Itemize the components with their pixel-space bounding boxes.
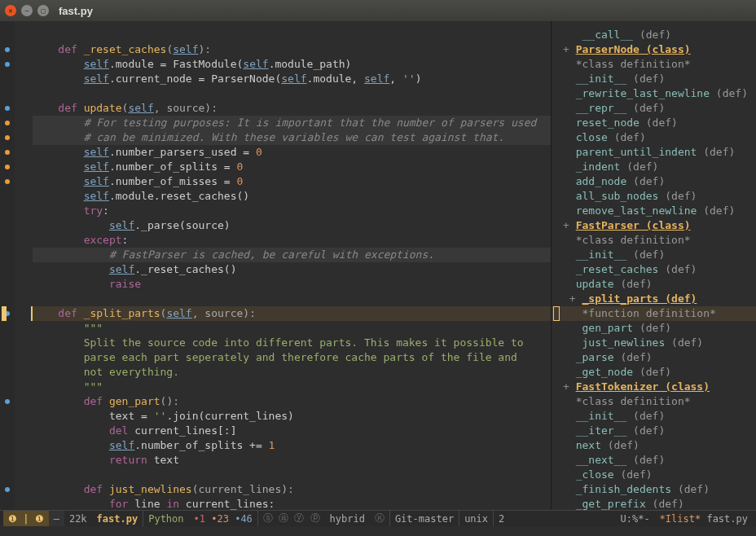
- sb-minor-modes: ⓢ ⓐ ⓨ ⓟ: [257, 511, 325, 526]
- code-line[interactable]: text = ''.join(current_lines): [33, 409, 551, 424]
- code-line[interactable]: self.number_parsers_used = 0: [33, 145, 551, 160]
- outline-item[interactable]: gen_part (def): [552, 321, 756, 336]
- outline-item[interactable]: *class definition*: [552, 394, 756, 409]
- outline-item[interactable]: + _split_parts (def): [552, 292, 756, 306]
- gutter-cursor-icon: [2, 306, 7, 321]
- code-pane[interactable]: def _reset_caches(self): self.module = F…: [0, 21, 551, 510]
- outline-item[interactable]: __call__ (def): [552, 28, 756, 42]
- outline-item[interactable]: __init__ (def): [552, 409, 756, 424]
- outline-gutter: [552, 21, 561, 510]
- outline-item[interactable]: *class definition*: [552, 57, 756, 72]
- code-line[interactable]: not everything.: [33, 365, 551, 380]
- status-bar: ❶ | ❶ — 22k fast.py Python •1 •23 •46 ⓢ …: [0, 510, 756, 526]
- outline-item[interactable]: __next__ (def): [552, 453, 756, 468]
- outline-item[interactable]: all_sub_nodes (def): [552, 189, 756, 204]
- outline-item[interactable]: parent_until_indent (def): [552, 145, 756, 160]
- sb-flycheck[interactable]: •1 •23 •46: [189, 511, 257, 526]
- sb-filename[interactable]: fast.py: [92, 511, 143, 526]
- code-line[interactable]: del current_lines[:]: [33, 424, 551, 438]
- outline-item[interactable]: + FastParser (class): [552, 218, 756, 233]
- code-line[interactable]: [33, 292, 551, 306]
- code-line[interactable]: self._parse(source): [33, 218, 551, 233]
- code-line[interactable]: def just_newlines(current_lines):: [33, 482, 551, 497]
- code-line[interactable]: Split the source code into different par…: [33, 336, 551, 350]
- outline-item[interactable]: _rewrite_last_newline (def): [552, 86, 756, 101]
- outline-item[interactable]: just_newlines (def): [552, 336, 756, 350]
- code-line[interactable]: def gen_part():: [33, 394, 551, 409]
- editor-area: def _reset_caches(self): self.module = F…: [0, 21, 756, 510]
- outline-item[interactable]: update (def): [552, 277, 756, 292]
- code-line[interactable]: self.number_of_misses = 0: [33, 174, 551, 189]
- code-line[interactable]: self.number_of_splits = 0: [33, 160, 551, 174]
- code-line[interactable]: try:: [33, 204, 551, 218]
- window-controls: ✕ − ▢: [5, 5, 49, 16]
- outline-item[interactable]: _reset_caches (def): [552, 262, 756, 277]
- outline-item[interactable]: __repr__ (def): [552, 101, 756, 116]
- outline-item[interactable]: + ParserNode (class): [552, 42, 756, 57]
- code-line[interactable]: """: [33, 380, 551, 394]
- outline-item[interactable]: __init__ (def): [552, 248, 756, 262]
- code-line[interactable]: [33, 468, 551, 482]
- outline-item[interactable]: _close (def): [552, 468, 756, 482]
- outline-item[interactable]: _parse (def): [552, 350, 756, 365]
- outline-item[interactable]: __iter__ (def): [552, 424, 756, 438]
- gutter-dot-icon: [5, 150, 10, 155]
- maximize-icon[interactable]: ▢: [37, 5, 49, 16]
- gutter-dot-icon: [5, 106, 10, 111]
- window-titlebar: ✕ − ▢ fast.py: [0, 0, 756, 21]
- outline-item[interactable]: next (def): [552, 438, 756, 453]
- outline-item[interactable]: _indent (def): [552, 160, 756, 174]
- sb-right-buf[interactable]: *Ilist* fast.py: [655, 511, 753, 526]
- minimize-icon[interactable]: −: [21, 5, 33, 16]
- code-line[interactable]: [33, 28, 551, 42]
- code-line[interactable]: raise: [33, 277, 551, 292]
- code-line[interactable]: # For testing purposes: It is important …: [33, 116, 551, 130]
- outline-item[interactable]: close (def): [552, 130, 756, 145]
- code-line[interactable]: [33, 86, 551, 101]
- outline-cursor-icon: [553, 306, 560, 321]
- outline-item[interactable]: + FastTokenizer (class): [552, 380, 756, 394]
- code-line[interactable]: except:: [33, 233, 551, 248]
- code-line[interactable]: self.current_node = ParserNode(self.modu…: [33, 72, 551, 86]
- sb-pos: 2: [493, 511, 509, 526]
- sb-git[interactable]: Git-master: [389, 511, 459, 526]
- outline-item[interactable]: reset_node (def): [552, 116, 756, 130]
- code-line[interactable]: parse each part seperately and therefore…: [33, 350, 551, 365]
- outline-item[interactable]: _get_node (def): [552, 365, 756, 380]
- gutter-dot-icon: [5, 487, 10, 492]
- gutter-dot-icon: [5, 62, 10, 67]
- code-line[interactable]: self.number_of_splits += 1: [33, 438, 551, 453]
- gutter-dot-icon: [5, 399, 10, 404]
- outline-item[interactable]: _get_prefix (def): [552, 497, 756, 510]
- outline-item[interactable]: __init__ (def): [552, 72, 756, 86]
- outline-item[interactable]: _finish_dedents (def): [552, 482, 756, 497]
- code-line[interactable]: def update(self, source):: [33, 101, 551, 116]
- code-line[interactable]: def _split_parts(self, source):: [31, 306, 551, 321]
- sb-k: Ⓚ: [370, 511, 389, 526]
- gutter-dot-icon: [5, 121, 10, 125]
- outline-item[interactable]: remove_last_newline (def): [552, 204, 756, 218]
- outline-item[interactable]: *function definition*: [552, 306, 756, 321]
- outline-item[interactable]: add_node (def): [552, 174, 756, 189]
- gutter-dot-icon: [5, 179, 10, 184]
- gutter-dot-icon: [5, 135, 10, 140]
- code-line[interactable]: self.module.reset_caches(): [33, 189, 551, 204]
- code-line[interactable]: self._reset_caches(): [33, 262, 551, 277]
- code-line[interactable]: # FastParser is cached, be careful with …: [33, 248, 551, 262]
- sb-size: 22k: [64, 511, 92, 526]
- sb-mode[interactable]: Python: [143, 511, 188, 526]
- code-line[interactable]: def _reset_caches(self):: [33, 42, 551, 57]
- gutter-dot-icon: [5, 165, 10, 169]
- window-title: fast.py: [59, 5, 93, 17]
- code-line[interactable]: return text: [33, 453, 551, 468]
- close-icon[interactable]: ✕: [5, 5, 16, 16]
- outline-item[interactable]: *class definition*: [552, 233, 756, 248]
- minibuffer[interactable]: [0, 526, 756, 536]
- sb-right-mode: U:%*-: [615, 511, 654, 526]
- code-line[interactable]: # can be minimized. With these variables…: [33, 130, 551, 145]
- code-line[interactable]: for line in current_lines:: [33, 497, 551, 510]
- code-line[interactable]: self.module = FastModule(self.module_pat…: [33, 57, 551, 72]
- outline-pane[interactable]: __call__ (def)+ ParserNode (class) *clas…: [551, 21, 756, 510]
- sb-dash: —: [49, 511, 64, 526]
- code-line[interactable]: """: [33, 321, 551, 336]
